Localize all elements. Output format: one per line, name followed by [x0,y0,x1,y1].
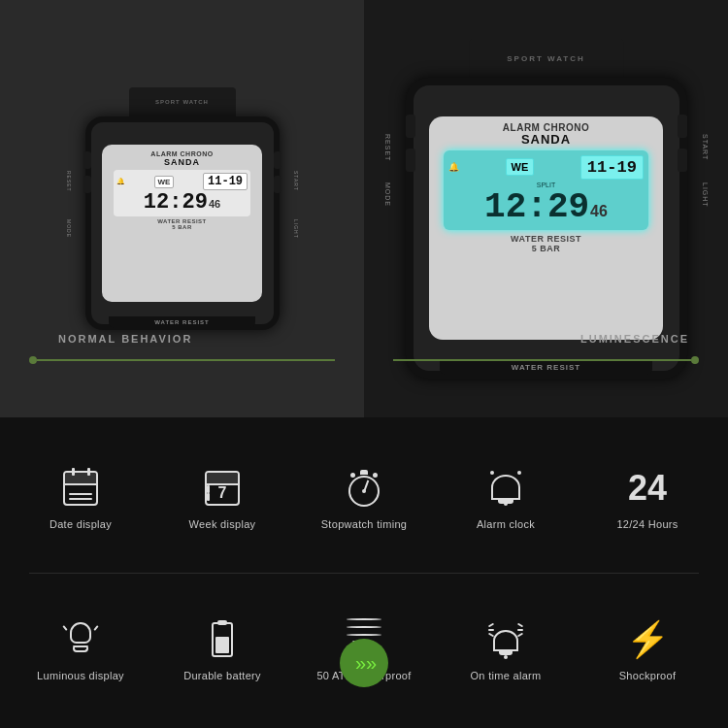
left-mode-btn [83,176,91,193]
bulb-ray-left [62,625,67,631]
24h-icon-container: 24 [628,464,667,513]
luminescence-label: LUMINESCENCE [580,333,689,345]
right-reset-label: RESET [384,134,391,161]
arrow-circle: »» [340,639,388,687]
24h-icon: 24 [628,471,667,506]
shockproof-label: Shockproof [619,670,677,681]
sw-body [348,476,380,507]
feature-battery: Durable battery [151,615,293,681]
features-row-1: Date display 7 Week display [10,432,718,563]
left-watch-panel: SPORT WATCH RESET MODE START LIGHT ALARM… [0,0,364,417]
right-sport-watch-label: SPORT WATCH [507,54,585,63]
alarm-bell [491,475,520,500]
battery-icon-container [212,615,233,664]
week-display-label: Week display [189,518,256,530]
alarm-clock-label: Alarm clock [477,518,535,530]
left-brand-area: ALARM CHRONO SANDA [150,150,213,168]
calendar-icon [63,471,98,506]
cal-line-2 [69,498,92,500]
date-display-icon [63,464,98,513]
alarm-clapper [504,502,508,506]
luminous-icon-container [63,615,98,664]
right-mode-btn [406,149,415,172]
left-watch-body: RESET MODE START LIGHT ALARM CHRONO SAND… [85,116,280,330]
cal-hooks [65,468,96,476]
inner-bell [493,630,518,651]
battery-icon-group [212,622,233,657]
battery-fill-vertical [215,637,229,653]
right-brand-area: ALARM CHRONO SANDA [503,122,589,147]
right-start-btn [274,151,281,169]
line-left [37,359,335,361]
alarm-dot-right [517,471,521,475]
lightning-icon: ⚡ [626,622,670,657]
cal-hook-left [72,468,75,476]
right-comparison-line [364,356,728,364]
alarm-dot-left [490,471,494,475]
waves-icon [347,618,381,636]
on-time-alarm-icon-container [488,615,523,664]
line-dot-right [691,356,699,364]
left-five-bar: 5 BAR [172,224,192,230]
ring-lines-right [517,624,523,639]
right-light-btn [274,176,281,193]
arrow-symbol: »» [355,652,377,675]
line-right [393,359,691,361]
ring-line-left-1 [488,622,494,627]
mode-label: MODE [66,219,72,238]
right-watch-face: ALARM CHRONO SANDA 🔔 WE 11-19 SPLIT 12:2… [429,116,663,339]
left-day-box: WE [154,176,175,188]
cal-hook-right [87,468,90,476]
feature-luminous: Luminous display [10,615,151,681]
right-sanda-brand: SANDA [503,133,589,147]
left-water-strip: WATER RESIST [154,319,210,325]
comparison-line [0,356,364,364]
right-mode-label: MODE [384,182,391,207]
stopwatch-icon [347,470,381,507]
left-watch-display: 🔔 WE 11-19 12:29 46 [114,170,250,216]
sw-hand [363,480,369,492]
wave-2 [347,626,381,628]
right-start-btn-r [678,115,687,138]
week-calendar-icon: 7 [205,471,240,506]
24h-label: 12/24 Hours [616,518,678,530]
top-section: SPORT WATCH RESET MODE START LIGHT ALARM… [0,0,728,417]
cal-line-1 [69,493,92,495]
sw-btn-right [373,473,378,478]
ring-line-left-2 [488,629,494,631]
bell-ring-icon [488,620,523,659]
sw-btn-left [350,473,355,478]
right-light-btn-r [678,149,687,172]
stopwatch-label: Stopwatch timing [321,518,408,530]
left-bottom-strip: WATER RESIST [109,316,254,328]
lightbulb-icon [63,620,98,659]
luminous-label: Luminous display [37,670,124,681]
arrow-container: »» [340,639,388,687]
left-time-box: 11-19 [203,173,248,190]
right-time-box: 11-19 [580,155,644,180]
alarm-clock-icon-container [488,464,523,513]
feature-stopwatch: Stopwatch timing [293,464,435,530]
left-seconds: 46 [209,198,220,210]
right-five-bar: 5 BAR [532,244,561,253]
left-strap-top: SPORT WATCH [129,87,236,116]
inner-bell-dot [504,655,508,659]
cal-lines [69,493,92,500]
right-top-row: 🔔 WE 11-19 [448,155,644,180]
alarm-clock-icon [488,471,523,506]
left-watch-container: SPORT WATCH RESET MODE START LIGHT ALARM… [85,116,280,330]
feature-date-display: Date display [10,464,151,530]
right-water-resist: WATER RESIST [511,234,581,244]
week-number: 7 [207,485,238,501]
sw-crown [360,470,368,475]
left-main-digits: 12:29 [144,192,208,214]
left-alarm-icon: 🔔 [116,178,125,185]
bulb-base [73,647,88,652]
right-main-digits: 12:29 [484,190,589,225]
feature-alarm-clock: Alarm clock [435,464,577,530]
feature-24h: 24 12/24 Hours [577,464,718,530]
left-sanda-brand: SANDA [150,158,213,168]
right-start-label: START [702,134,709,160]
right-main-time: 12:29 46 [448,190,644,225]
right-alarm-icon: 🔔 [448,162,459,172]
